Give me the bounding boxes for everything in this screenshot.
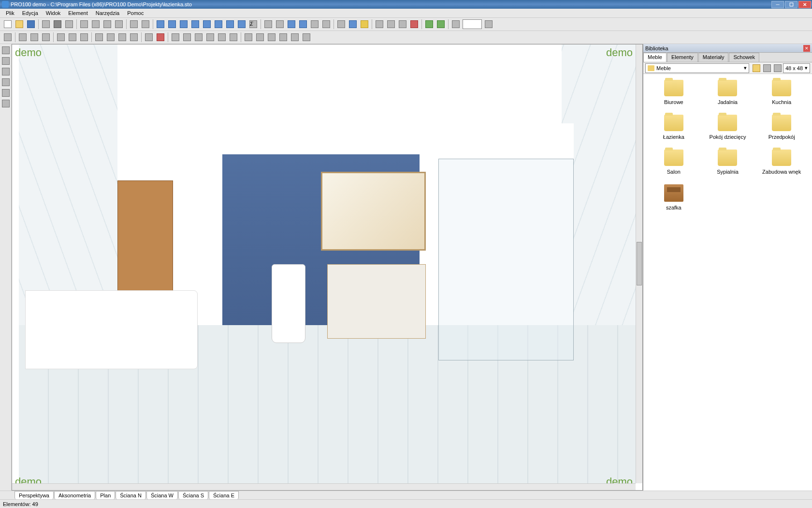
export-icon[interactable] — [41, 19, 51, 30]
viewport-3d[interactable]: demo demo demo demo — [12, 44, 643, 491]
maximize-button[interactable]: ☐ — [785, 1, 798, 8]
tab-sciana-n[interactable]: Ściana N — [116, 491, 146, 499]
tab-perspektywa[interactable]: Perspektywa — [14, 491, 54, 499]
tab-aksonometria[interactable]: Aksonometria — [54, 491, 95, 499]
zoom-icon[interactable] — [1, 99, 11, 108]
sel3-icon[interactable] — [79, 32, 89, 43]
ruler-icon[interactable] — [397, 19, 408, 30]
render1-icon[interactable] — [336, 19, 347, 30]
globe1-icon[interactable] — [424, 19, 435, 30]
grid-view-icon[interactable] — [773, 63, 783, 73]
redo-icon[interactable] — [140, 19, 151, 30]
tool-f-icon[interactable] — [321, 19, 332, 30]
print-icon[interactable] — [52, 19, 63, 30]
menu-edycja[interactable]: Edycja — [18, 9, 42, 17]
snap-icon[interactable] — [2, 32, 13, 43]
rot1-icon[interactable] — [94, 32, 104, 43]
scrollbar-vertical[interactable] — [636, 45, 642, 483]
d4-icon[interactable] — [205, 32, 216, 43]
save-icon[interactable] — [26, 19, 36, 30]
shape2-icon[interactable] — [1, 77, 11, 87]
e1-icon[interactable] — [243, 32, 254, 43]
tab-elementy[interactable]: Elementy — [667, 53, 698, 62]
tab-sciana-s[interactable]: Ściana S — [178, 491, 208, 499]
align2-icon[interactable] — [29, 32, 40, 43]
library-item-przedpokój[interactable]: Przedpokój — [757, 115, 806, 140]
list-view-icon[interactable] — [762, 63, 772, 73]
library-item-zabudowa-wnęk[interactable]: Zabudowa wnęk — [757, 149, 806, 175]
tool-a-icon[interactable] — [263, 19, 274, 30]
group-icon[interactable] — [144, 32, 154, 43]
menu-element[interactable]: Element — [64, 9, 91, 17]
library-item-jadalnia[interactable]: Jadalnia — [703, 80, 753, 105]
e5-icon[interactable] — [290, 32, 300, 43]
library-item-sypialnia[interactable]: Sypialnia — [703, 149, 753, 175]
paste2-icon[interactable] — [114, 19, 124, 30]
zoom-out-icon[interactable] — [450, 19, 461, 30]
icon-size-combo[interactable]: 48 x 48 ▾ — [783, 63, 810, 73]
shape1-icon[interactable] — [1, 67, 11, 76]
tool-c-icon[interactable] — [286, 19, 297, 30]
tool-b-icon[interactable] — [275, 19, 285, 30]
paste-icon[interactable] — [102, 19, 113, 30]
sel2-icon[interactable] — [67, 32, 78, 43]
close-button[interactable]: ✕ — [798, 1, 811, 8]
up-folder-icon[interactable] — [752, 63, 761, 73]
d3-icon[interactable] — [193, 32, 204, 43]
library-item-pokój-dziecięcy[interactable]: Pokój dziecięcy — [703, 115, 753, 140]
d2-icon[interactable] — [182, 32, 192, 43]
library-close-icon[interactable]: ✕ — [803, 45, 810, 52]
view1-icon[interactable] — [167, 19, 177, 30]
undo-icon[interactable] — [129, 19, 139, 30]
align3-icon[interactable] — [41, 32, 51, 43]
view6-icon[interactable] — [225, 19, 235, 30]
magnet-icon[interactable] — [409, 19, 420, 30]
light-icon[interactable] — [359, 19, 370, 30]
hand-icon[interactable] — [1, 56, 11, 66]
scroll-thumb[interactable] — [637, 242, 642, 285]
d5-icon[interactable] — [217, 32, 227, 43]
e6-icon[interactable] — [301, 32, 312, 43]
tab-sciana-e[interactable]: Ściana E — [209, 491, 239, 499]
tool-d-icon[interactable] — [298, 19, 308, 30]
menu-pomoc[interactable]: Pomoc — [123, 9, 147, 17]
e4-icon[interactable] — [278, 32, 289, 43]
tab-plan[interactable]: Plan — [96, 491, 115, 499]
view7-icon[interactable] — [236, 19, 247, 30]
view2-icon[interactable] — [178, 19, 189, 30]
pointer-icon[interactable] — [1, 45, 11, 55]
library-item-kuchnia[interactable]: Kuchnia — [757, 80, 806, 105]
library-item-łazienka[interactable]: Łazienka — [649, 115, 698, 140]
e2-icon[interactable] — [255, 32, 265, 43]
library-item-biurowe[interactable]: Biurowe — [649, 80, 698, 105]
render2-icon[interactable] — [348, 19, 358, 30]
cut-icon[interactable] — [79, 19, 89, 30]
open-icon[interactable] — [14, 19, 25, 30]
library-folder-combo[interactable]: Meble ▾ — [645, 63, 749, 73]
tab-sciana-w[interactable]: Ściana W — [146, 491, 178, 499]
scrollbar-horizontal[interactable] — [12, 483, 636, 490]
menu-widok[interactable]: Widok — [42, 9, 65, 17]
wand-icon[interactable] — [374, 19, 385, 30]
preview-icon[interactable] — [64, 19, 74, 30]
menu-plik[interactable]: Plik — [2, 9, 18, 17]
tab-materialy[interactable]: Materiały — [698, 53, 729, 62]
zoom-combo[interactable] — [463, 19, 482, 29]
new-icon[interactable] — [2, 19, 13, 30]
d1-icon[interactable] — [170, 32, 181, 43]
zoom-in-icon[interactable] — [483, 19, 494, 30]
globe2-icon[interactable] — [435, 19, 446, 30]
rot2-icon[interactable] — [105, 32, 116, 43]
tab-schowek[interactable]: Schowek — [729, 53, 759, 62]
move-icon[interactable] — [117, 32, 128, 43]
menu-narzedzia[interactable]: Narzędzia — [92, 9, 124, 17]
library-item-szafka[interactable]: szafka — [649, 184, 698, 210]
grid-icon[interactable] — [386, 19, 396, 30]
target-icon[interactable] — [155, 32, 166, 43]
view3-icon[interactable] — [190, 19, 201, 30]
tool-e-icon[interactable] — [309, 19, 320, 30]
dim-icon[interactable] — [155, 19, 166, 30]
d6-icon[interactable] — [228, 32, 239, 43]
sel1-icon[interactable] — [56, 32, 66, 43]
e3-icon[interactable] — [266, 32, 277, 43]
